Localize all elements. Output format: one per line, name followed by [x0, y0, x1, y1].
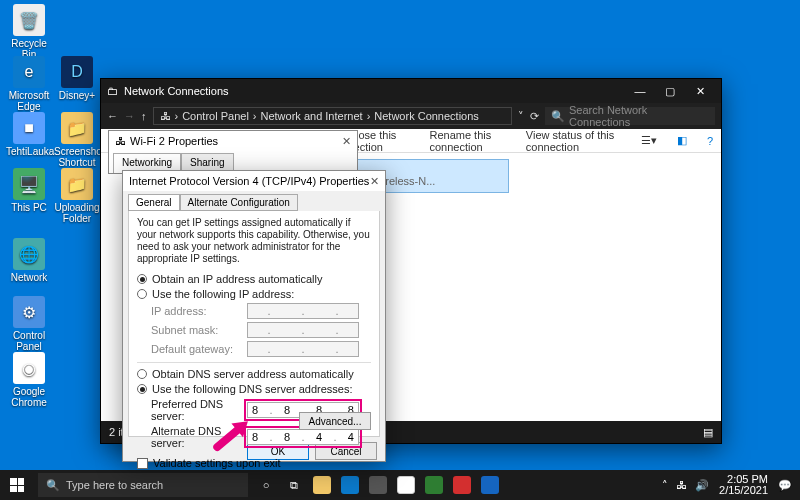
cortana-icon[interactable]: ○	[252, 470, 280, 500]
ipv4-title: Internet Protocol Version 4 (TCP/IPv4) P…	[129, 175, 369, 187]
window-title: Network Connections	[124, 85, 229, 97]
help-icon[interactable]: ?	[707, 135, 713, 147]
taskbar-app-settings[interactable]	[364, 470, 392, 500]
breadcrumb[interactable]: 🖧 ›Control Panel ›Network and Internet ›…	[153, 107, 513, 125]
ipv4-description: You can get IP settings assigned automat…	[137, 217, 371, 265]
search-icon: 🔍	[551, 110, 565, 123]
taskbar-search[interactable]: 🔍Type here to search	[38, 473, 248, 497]
subnet-mask-label: Subnet mask:	[151, 324, 247, 336]
gateway-label: Default gateway:	[151, 343, 247, 355]
desktop-icon-screenshots[interactable]: 📁Screenshots Shortcut	[54, 112, 100, 168]
nav-up-icon[interactable]: ↑	[141, 110, 147, 122]
desktop-icon-uploading[interactable]: 📁Uploading Folder	[54, 168, 100, 224]
taskbar-app-other[interactable]	[420, 470, 448, 500]
wifi-titlebar[interactable]: 🖧 Wi-Fi 2 Properties ✕	[109, 131, 357, 151]
clock[interactable]: 2:05 PM2/15/2021	[719, 474, 768, 496]
refresh-icon[interactable]: ⟳	[530, 110, 539, 123]
cmd-status[interactable]: View status of this connection	[526, 129, 627, 153]
radio-obtain-ip-auto[interactable]: Obtain an IP address automatically	[137, 273, 371, 285]
notifications-icon[interactable]: 💬	[778, 479, 792, 492]
search-input[interactable]: 🔍Search Network Connections	[545, 107, 715, 125]
close-button[interactable]: ✕	[685, 85, 715, 98]
nav-back-icon[interactable]: ←	[107, 110, 118, 122]
wifi-title: Wi-Fi 2 Properties	[130, 135, 218, 147]
radio-obtain-dns-auto[interactable]: Obtain DNS server address automatically	[137, 368, 371, 380]
maximize-button[interactable]: ▢	[655, 85, 685, 98]
desktop-icon-this-pc[interactable]: 🖥️This PC	[6, 168, 52, 213]
subnet-mask-input: ...	[247, 322, 359, 338]
search-icon: 🔍	[46, 479, 60, 492]
taskbar-app-other2[interactable]	[448, 470, 476, 500]
tray-network-icon[interactable]: 🖧	[676, 479, 687, 491]
desktop-icon-control-panel[interactable]: ⚙Control Panel	[6, 296, 52, 352]
preferred-dns-label: Preferred DNS server:	[151, 398, 247, 422]
network-icon: 🖧	[160, 110, 171, 122]
window-titlebar[interactable]: 🗀 Network Connections — ▢ ✕	[101, 79, 721, 103]
task-view-icon[interactable]: ⧉	[280, 470, 308, 500]
ipv4-titlebar[interactable]: Internet Protocol Version 4 (TCP/IPv4) P…	[123, 171, 385, 191]
ip-address-label: IP address:	[151, 305, 247, 317]
desktop-icon-app1[interactable]: ■TehtiLauka	[6, 112, 52, 157]
cmd-rename[interactable]: Rename this connection	[429, 129, 511, 153]
taskbar-app-chrome[interactable]	[392, 470, 420, 500]
nav-fwd-icon[interactable]: →	[124, 110, 135, 122]
taskbar-app-explorer[interactable]	[308, 470, 336, 500]
tab-general[interactable]: General	[128, 194, 180, 211]
radio-use-dns[interactable]: Use the following DNS server addresses:	[137, 383, 371, 395]
desktop-icon-chrome[interactable]: ◉Google Chrome	[6, 352, 52, 408]
tray-chevron-icon[interactable]: ˄	[662, 479, 668, 492]
ip-address-input: ...	[247, 303, 359, 319]
minimize-button[interactable]: —	[625, 85, 655, 98]
taskbar-app-edge[interactable]	[336, 470, 364, 500]
chevron-down-icon[interactable]: ˅	[518, 110, 524, 123]
close-icon[interactable]: ✕	[342, 135, 351, 148]
desktop-icon-disneyplus[interactable]: DDisney+	[54, 56, 100, 101]
desktop-icon-recycle-bin[interactable]: 🗑️Recycle Bin	[6, 4, 52, 60]
wifi-properties-dialog: 🖧 Wi-Fi 2 Properties ✕ Networking Sharin…	[108, 130, 358, 174]
start-button[interactable]	[0, 470, 34, 500]
taskbar: 🔍Type here to search ○ ⧉ ˄ 🖧 🔊 2:05 PM2/…	[0, 470, 800, 500]
address-bar: ← → ↑ 🖧 ›Control Panel ›Network and Inte…	[101, 103, 721, 129]
gateway-input: ...	[247, 341, 359, 357]
desktop-icon-edge[interactable]: eMicrosoft Edge	[6, 56, 52, 112]
details-view-icon[interactable]: ▤	[703, 426, 713, 439]
alternate-dns-input[interactable]: 8.8.4.4	[247, 429, 359, 445]
close-icon[interactable]: ✕	[370, 175, 379, 188]
folder-icon: 🗀	[107, 85, 118, 97]
desktop-icon-network[interactable]: 🌐Network	[6, 238, 52, 283]
validate-checkbox[interactable]: Validate settings upon exit	[137, 457, 371, 469]
view-options-icon[interactable]: ☰▾	[641, 134, 657, 147]
system-tray: ˄ 🖧 🔊 2:05 PM2/15/2021 💬	[654, 470, 800, 500]
preview-pane-icon[interactable]: ◧	[677, 134, 687, 147]
advanced-button[interactable]: Advanced...	[299, 412, 371, 430]
radio-use-ip[interactable]: Use the following IP address:	[137, 288, 371, 300]
tab-alt-config[interactable]: Alternate Configuration	[180, 194, 298, 211]
ipv4-properties-dialog: Internet Protocol Version 4 (TCP/IPv4) P…	[122, 170, 386, 462]
wifi-icon: 🖧	[115, 135, 126, 147]
tray-volume-icon[interactable]: 🔊	[695, 479, 709, 492]
taskbar-app-other3[interactable]	[476, 470, 504, 500]
